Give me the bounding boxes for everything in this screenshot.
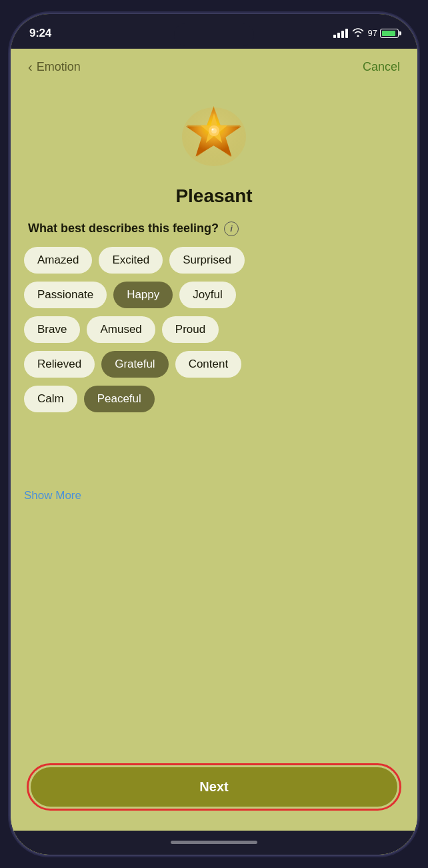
- chips-row-5: Calm Peaceful: [24, 386, 404, 412]
- chip-peaceful[interactable]: Peaceful: [84, 386, 155, 412]
- phone-screen: 9:24 97: [11, 14, 417, 855]
- chip-relieved[interactable]: Relieved: [24, 351, 95, 378]
- show-more-link[interactable]: Show More: [11, 486, 417, 513]
- dynamic-island: [174, 23, 254, 46]
- chip-amused[interactable]: Amused: [87, 316, 155, 343]
- next-button-area: Next: [11, 753, 417, 831]
- chip-happy[interactable]: Happy: [113, 282, 173, 308]
- status-icons: 97: [333, 27, 399, 39]
- chevron-left-icon: ‹: [28, 59, 33, 75]
- chip-excited[interactable]: Excited: [99, 247, 163, 274]
- info-icon[interactable]: i: [224, 222, 239, 236]
- nav-back-label: Emotion: [37, 60, 81, 74]
- nav-cancel-button[interactable]: Cancel: [363, 60, 400, 74]
- nav-back-button[interactable]: ‹ Emotion: [28, 59, 81, 75]
- question-text: What best describes this feeling?: [28, 222, 219, 236]
- next-button-wrapper: Next: [27, 763, 401, 811]
- chip-proud[interactable]: Proud: [162, 316, 219, 343]
- app-content: ‹ Emotion Cancel: [11, 49, 417, 855]
- phone-frame: 9:24 97: [11, 14, 417, 855]
- bottom-spacer: [11, 513, 417, 753]
- signal-bars-icon: [333, 29, 348, 38]
- home-indicator: [11, 831, 417, 855]
- chips-row-3: Brave Amused Proud: [24, 316, 404, 343]
- status-time: 9:24: [29, 27, 51, 40]
- battery-icon: [380, 29, 399, 38]
- emotion-name: Pleasant: [11, 180, 417, 218]
- home-bar: [171, 841, 257, 844]
- svg-point-6: [212, 128, 214, 130]
- battery-fill: [382, 31, 395, 36]
- chip-content[interactable]: Content: [175, 351, 242, 378]
- chips-area: Amazed Excited Surprised Passionate Happ…: [11, 247, 417, 486]
- chip-calm[interactable]: Calm: [24, 386, 77, 412]
- chip-joyful[interactable]: Joyful: [179, 282, 235, 308]
- chips-row-4: Relieved Grateful Content: [24, 351, 404, 378]
- chip-brave[interactable]: Brave: [24, 316, 80, 343]
- chip-surprised[interactable]: Surprised: [169, 247, 245, 274]
- battery-percent: 97: [368, 28, 377, 38]
- chip-grateful[interactable]: Grateful: [101, 351, 168, 378]
- wifi-icon: [352, 27, 364, 39]
- emotion-icon-area: [11, 80, 417, 180]
- info-icon-label: i: [230, 224, 233, 234]
- chips-row-2: Passionate Happy Joyful: [24, 282, 404, 308]
- emotion-star-icon: [174, 93, 254, 173]
- question-row: What best describes this feeling? i: [11, 218, 417, 247]
- nav-bar: ‹ Emotion Cancel: [11, 49, 417, 80]
- chips-row-1: Amazed Excited Surprised: [24, 247, 404, 274]
- next-button[interactable]: Next: [31, 767, 397, 807]
- chip-passionate[interactable]: Passionate: [24, 282, 107, 308]
- battery-container: 97: [368, 28, 399, 38]
- chip-amazed[interactable]: Amazed: [24, 247, 92, 274]
